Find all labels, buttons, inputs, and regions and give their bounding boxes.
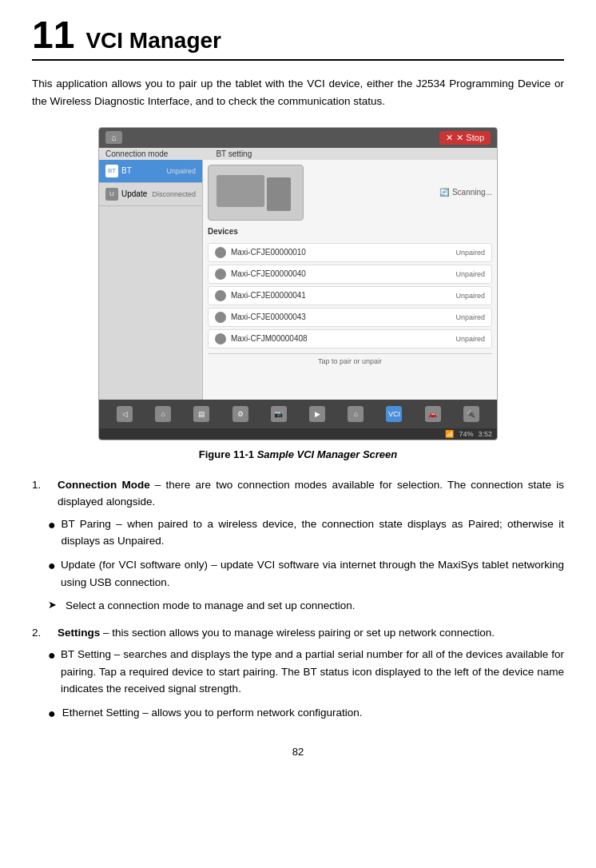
section-1-header: 1. Connection Mode – there are two conne… [32,476,564,511]
bullet-text-1-1: Update (for VCI software only) – update … [61,556,564,591]
dev-name-3: Maxi-CFJE00000043 [231,313,455,321]
bt-status: Unpaired [166,167,196,175]
section-2: 2. Settings – this section allows you to… [32,624,564,722]
sc-left-update-item[interactable]: U Update Disconnected [99,183,202,206]
mode-bar-right: BT setting [216,149,252,158]
bullet-dot-1-1: ● [48,559,54,572]
sc-left-bt-item[interactable]: BT BT Unpaired [99,160,202,183]
bullet-text-1-0: BT Paring – when paired to a wireless de… [61,516,564,550]
device-row-1[interactable]: Maxi-CFJE00000040 Unpaired [208,265,492,284]
sc-left-panel: BT BT Unpaired U Update Disconnected [99,160,203,400]
bullet-1-0: ● BT Paring – when paired to a wireless … [48,516,564,550]
bullet-text-2-0: BT Setting – searches and displays the t… [61,646,564,698]
sc-device-header: 🔄 Scanning... [208,165,492,221]
section-1: 1. Connection Mode – there are two conne… [32,476,564,615]
nav-car-icon[interactable]: 🚗 [425,406,441,422]
nav-media-icon[interactable]: ▶ [309,406,325,422]
nav-diag-icon[interactable]: 🔌 [463,406,479,422]
wifi-icon: 📶 [445,430,454,438]
page-number: 82 [32,746,564,758]
sc-right-panel: 🔄 Scanning... Devices Maxi-CFJE00000010 … [203,160,497,400]
figure-italic: Sample VCI Manager Screen [257,448,398,460]
screenshot-container: ⌂ ✕ ✕ Stop Connection mode BT setting BT… [32,127,564,440]
battery-level: 74% [459,430,473,438]
dev-status-2: Unpaired [455,292,485,300]
nav-camera-icon[interactable]: 📷 [271,406,287,422]
section-2-text: this section allows you to manage wirele… [112,627,495,639]
dev-icon-2 [215,290,226,301]
scanning-icon: 🔄 [439,188,449,197]
chapter-title: VCI Manager [85,28,221,54]
dev-name-1: Maxi-CFJE00000040 [231,269,455,278]
dev-name-2: Maxi-CFJE00000041 [231,291,455,300]
intro-paragraph: This application allows you to pair up t… [32,75,564,111]
bullet-text-2-1: Ethernet Setting – allows you to perform… [62,704,363,722]
device-row-0[interactable]: Maxi-CFJE00000010 Unpaired [208,243,492,262]
nav-vci-icon[interactable]: VCI [386,406,402,422]
device-row-4[interactable]: Maxi-CFJM00000408 Unpaired [208,329,492,348]
chapter-header: 11 VCI Manager [32,16,564,61]
section-2-num: 2. [32,624,50,642]
update-icon: U [105,188,118,201]
nav-map-icon[interactable]: ⌂ [348,406,364,422]
sc-device-img [208,165,304,221]
update-label: Update [121,189,147,198]
bullet-2-1: ● Ethernet Setting – allows you to perfo… [48,704,564,722]
bullet-1-1: ● Update (for VCI software only) – updat… [48,556,564,591]
section-1-content: Connection Mode – there are two connecti… [58,476,564,511]
scanning-label: Scanning... [452,188,492,197]
nav-home-icon[interactable]: ⌂ [155,406,171,422]
nav-back-icon[interactable]: ◁ [117,406,133,422]
dev-name-0: Maxi-CFJE00000010 [231,248,455,257]
dev-icon-4 [215,333,226,344]
section-2-content: Settings – this section allows you to ma… [58,624,495,642]
section-1-bullets: ● BT Paring – when paired to a wireless … [48,516,564,591]
section-2-bullets: ● BT Setting – searches and displays the… [48,646,564,721]
section-2-dash: – [103,627,112,639]
bullet-dot-2-1: ● [48,707,56,720]
bt-icon: BT [105,165,118,177]
figure-label: Figure 11-1 [199,448,254,460]
device-row-2[interactable]: Maxi-CFJE00000041 Unpaired [208,286,492,305]
sections-container: 1. Connection Mode – there are two conne… [32,476,564,722]
sc-top-bar: ⌂ ✕ ✕ Stop [99,128,497,148]
sc-home-btn[interactable]: ⌂ [105,131,122,144]
sc-tap-hint: Tap to pair or unpair [208,353,492,365]
nav-settings-icon[interactable]: ⚙ [232,406,248,422]
sc-scanning: 🔄 Scanning... [439,188,492,197]
stop-icon: ✕ [446,133,453,143]
dev-status-0: Unpaired [455,249,485,257]
bullet-dot-1-0: ● [48,519,54,532]
dev-icon-1 [215,269,226,280]
bullet-2-0: ● BT Setting – searches and displays the… [48,646,564,698]
time-display: 3:52 [478,430,492,438]
dev-status-3: Unpaired [455,313,485,321]
dev-status-1: Unpaired [455,270,485,278]
screenshot: ⌂ ✕ ✕ Stop Connection mode BT setting BT… [98,127,498,440]
dev-icon-3 [215,312,226,323]
devices-label: Devices [208,227,238,236]
section-2-header: 2. Settings – this section allows you to… [32,624,564,642]
section-1-dash: – [155,479,166,491]
bullet-dot-2-0: ● [48,649,54,662]
chapter-number: 11 [32,16,74,54]
dev-status-4: Unpaired [455,335,485,343]
arrow-sym-1: ➤ [48,597,59,614]
sc-mode-bar: Connection mode BT setting [99,148,497,160]
stop-label: ✕ Stop [456,133,484,143]
section-1-term: Connection Mode [58,479,150,491]
arrow-text-1: Select a connection mode to manage and s… [66,597,356,615]
sc-bottom-nav: ◁ ⌂ ▤ ⚙ 📷 ▶ ⌂ VCI 🚗 🔌 [99,400,497,428]
section-1-num: 1. [32,476,50,494]
mode-bar-left: Connection mode [105,149,168,158]
figure-caption: Figure 11-1 Sample VCI Manager Screen [32,448,564,460]
device-row-3[interactable]: Maxi-CFJE00000043 Unpaired [208,308,492,327]
dev-name-4: Maxi-CFJM00000408 [231,334,455,343]
section-2-term: Settings [58,627,100,639]
nav-folder-icon[interactable]: ▤ [193,406,209,422]
dev-icon-0 [215,247,226,258]
sc-status-bar: 📶 74% 3:52 [99,428,497,440]
section-1-arrow: ➤ Select a connection mode to manage and… [48,597,564,615]
sc-body: BT BT Unpaired U Update Disconnected [99,160,497,400]
sc-stop-btn[interactable]: ✕ ✕ Stop [439,131,491,145]
